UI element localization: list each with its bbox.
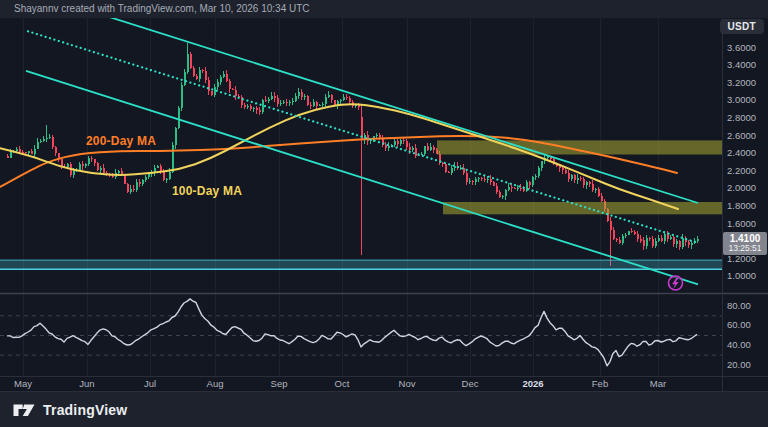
time-tick-label: May [14,378,32,389]
bar-countdown: 13:25:51 [723,244,767,253]
footer-bar: TradingView [0,391,768,427]
time-axis[interactable]: MayJunJulAugSepOctNovDec2026FebMar [14,378,666,389]
rsi-gridlines [0,316,722,355]
time-tick-label: Feb [592,378,608,389]
time-tick-label: Nov [399,378,416,389]
rsi-tick-label: 60.00 [727,319,751,330]
time-tick-label: 2026 [522,378,543,389]
time-tick-label: Aug [207,378,224,389]
price-tick-label: 3.0000 [727,94,756,105]
price-tick-label: 2.2000 [727,165,756,176]
time-tick-label: Jul [144,378,156,389]
rsi-tick-label: 40.00 [727,339,751,350]
time-tick-label: Jun [79,378,94,389]
last-price-tag[interactable]: 1.4100 13:25:51 [723,232,767,255]
resistance-lower-zone[interactable] [443,202,722,214]
rsi-tick-label: 20.00 [727,359,751,370]
time-tick-label: Sep [271,378,288,389]
price-chart-canvas[interactable]: 3.60003.40003.20003.00002.80002.60002.40… [0,0,768,427]
attribution-text: Shayannv created with TradingView.com, M… [14,3,310,14]
lightning-marker[interactable] [669,276,683,290]
tradingview-chart-widget: Shayannv created with TradingView.com, M… [0,0,768,427]
price-tick-label: 2.6000 [727,130,756,141]
price-tick-label: 2.4000 [727,147,756,158]
rsi-tick-label: 80.00 [727,300,751,311]
tradingview-logo-icon[interactable] [13,403,35,417]
rsi-line [7,299,697,366]
tradingview-logo-text[interactable]: TradingView [43,402,127,418]
grid-vertical [24,18,659,376]
price-tick-label: 2.0000 [727,182,756,193]
price-tick-label: 1.6000 [727,218,756,229]
time-tick-label: Oct [335,378,350,389]
price-tick-label: 2.8000 [727,112,756,123]
ma100-label: 100-Day MA [172,184,242,198]
rsi-axis[interactable]: 80.0060.0040.0020.00 [727,300,751,370]
price-tick-label: 1.8000 [727,200,756,211]
resistance-upper-zone[interactable] [437,140,722,154]
price-tick-label: 3.6000 [727,42,756,53]
ma100-line [0,104,678,209]
price-tick-label: 3.4000 [727,59,756,70]
time-tick-label: Dec [462,378,479,389]
price-tick-label: 3.2000 [727,77,756,88]
symbol-badge[interactable]: USDT [720,19,764,34]
time-tick-label: Mar [650,378,666,389]
channel-top-line[interactable] [28,0,698,203]
ma200-label: 200-Day MA [86,134,156,148]
price-tick-label: 1.0000 [727,270,756,281]
attribution-bar: Shayannv created with TradingView.com, M… [0,0,768,18]
support-zone[interactable] [0,260,722,269]
